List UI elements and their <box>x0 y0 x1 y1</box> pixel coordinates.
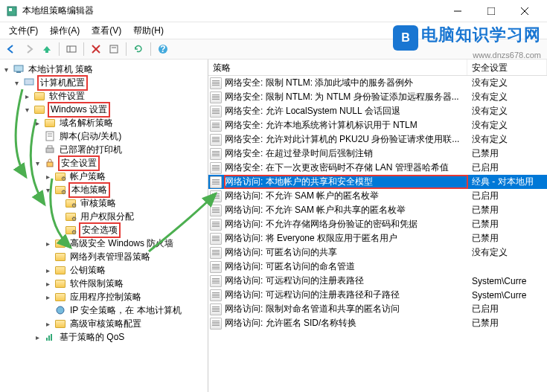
list-row[interactable]: 网络安全: 允许对此计算机的 PKU2U 身份验证请求使用联...没有定义 <box>208 132 547 147</box>
list-row[interactable]: 网络安全: 在下一次更改密码时不存储 LAN 管理器哈希值已启用 <box>208 161 547 175</box>
svg-rect-25 <box>46 338 48 341</box>
tree-root[interactable]: 本地计算机 策略 <box>27 63 95 76</box>
show-hide-button[interactable] <box>63 41 80 57</box>
caret-icon[interactable]: ▾ <box>1 65 10 74</box>
tree-local-policy[interactable]: 本地策略 <box>68 182 110 198</box>
tree-scripts[interactable]: 脚本(启动/关机) <box>58 130 123 143</box>
caret-icon[interactable]: ▸ <box>43 239 52 248</box>
folder-icon <box>54 277 66 289</box>
list-row[interactable]: 网络访问: 可远程访问的注册表路径和子路径System\Curre <box>208 288 547 302</box>
caret-icon[interactable]: ▾ <box>22 105 31 114</box>
caret-icon[interactable]: ▾ <box>43 185 52 194</box>
list-row[interactable]: 网络访问: 可匿名访问的命名管道 <box>208 260 547 274</box>
caret-icon[interactable]: ▸ <box>43 172 52 181</box>
caret-icon[interactable]: ▸ <box>43 292 52 301</box>
refresh-button[interactable] <box>130 41 147 57</box>
policy-name: 网络安全: 在超过登录时间后强制注销 <box>225 147 467 160</box>
export-button[interactable] <box>106 41 122 57</box>
tree-pane[interactable]: ▾本地计算机 策略 ▾计算机配置 ▸软件设置 ▾Windows 设置 ▸域名解析… <box>0 60 208 392</box>
policy-icon <box>210 261 222 273</box>
col-setting[interactable]: 安全设置 <box>467 60 547 75</box>
caret-icon[interactable]: ▸ <box>22 91 31 100</box>
minimize-button[interactable] <box>441 0 474 22</box>
tree-audit[interactable]: 审核策略 <box>79 197 118 210</box>
tree-appcontrol[interactable]: 应用程序控制策略 <box>68 291 143 303</box>
list-row[interactable]: 网络安全: 限制 NTLM: 为 NTLM 身份验证添加远程服务器...没有定义 <box>208 90 547 104</box>
caret-icon[interactable]: ▸ <box>43 266 52 274</box>
delete-button[interactable] <box>88 41 104 57</box>
folder-icon <box>54 318 66 330</box>
svg-rect-26 <box>48 335 50 341</box>
list-row[interactable]: 网络安全: 在超过登录时间后强制注销已禁用 <box>208 147 547 161</box>
close-button[interactable] <box>508 0 541 22</box>
svg-rect-11 <box>110 45 118 53</box>
policy-name: 网络访问: 不允许 SAM 帐户和共享的匿名枚举 <box>225 204 467 216</box>
list-row[interactable]: 网络访问: 可匿名访问的共享没有定义 <box>208 245 547 260</box>
caret-icon[interactable]: ▸ <box>33 332 42 341</box>
policy-icon <box>210 176 222 188</box>
folder-icon <box>54 251 66 263</box>
tree-computer-config[interactable]: 计算机配置 <box>37 75 88 91</box>
tree-dns[interactable]: 域名解析策略 <box>58 117 115 129</box>
folder-icon <box>54 170 66 182</box>
policy-icon <box>210 120 222 132</box>
caret-icon[interactable]: ▸ <box>43 279 52 288</box>
list-row[interactable]: 网络访问: 本地帐户的共享和安全模型经典 - 对本地用 <box>208 175 547 189</box>
list-row[interactable]: 网络访问: 将 Everyone 权限应用于匿名用户已禁用 <box>208 231 547 245</box>
policy-value: System\Curre <box>467 290 526 301</box>
tree-user-rights[interactable]: 用户权限分配 <box>79 211 135 223</box>
tree-qos[interactable]: 基于策略的 QoS <box>58 331 126 344</box>
tree-software[interactable]: 软件设置 <box>48 90 86 103</box>
titlebar: 本地组策略编辑器 <box>0 0 547 22</box>
folder-icon <box>54 264 66 276</box>
tree-account-policy[interactable]: 帐户策略 <box>68 170 107 183</box>
menu-action[interactable]: 操作(A) <box>44 23 86 39</box>
caret-icon[interactable]: ▾ <box>33 158 42 167</box>
folder-icon <box>65 224 77 236</box>
up-button[interactable] <box>39 41 55 57</box>
caret-icon[interactable]: ▸ <box>33 118 42 127</box>
policy-value: System\Curre <box>467 276 526 286</box>
caret-icon[interactable]: ▾ <box>12 78 21 87</box>
policy-name: 网络访问: 可匿名访问的共享 <box>225 246 467 259</box>
tree-security-settings[interactable]: 安全设置 <box>58 155 100 171</box>
tree-windows-settings[interactable]: Windows 设置 <box>48 102 110 118</box>
list-row[interactable]: 网络访问: 不允许 SAM 帐户的匿名枚举已启用 <box>208 189 547 203</box>
policy-name: 网络访问: 限制对命名管道和共享的匿名访问 <box>225 303 467 315</box>
tree-pubkey[interactable]: 公钥策略 <box>68 264 107 277</box>
tree-security-options[interactable]: 安全选项 <box>79 222 121 238</box>
app-icon <box>6 5 18 17</box>
window-title: 本地组策略编辑器 <box>22 4 441 17</box>
maximize-button[interactable] <box>474 0 508 22</box>
policy-value: 经典 - 对本地用 <box>467 176 534 188</box>
list-body[interactable]: 网络安全: 限制 NTLM: 添加此域中的服务器例外没有定义网络安全: 限制 N… <box>208 76 547 392</box>
list-row[interactable]: 网络访问: 允许匿名 SID/名称转换已禁用 <box>208 316 547 330</box>
list-row[interactable]: 网络安全: 允许本地系统将计算机标识用于 NTLM没有定义 <box>208 118 547 132</box>
list-row[interactable]: 网络访问: 不允许 SAM 帐户和共享的匿名枚举已禁用 <box>208 203 547 217</box>
printer-icon <box>44 144 56 155</box>
menu-view[interactable]: 查看(V) <box>86 23 127 39</box>
help-button[interactable]: ? <box>155 41 171 57</box>
list-row[interactable]: 网络访问: 限制对命名管道和共享的匿名访问已启用 <box>208 302 547 316</box>
policy-name: 网络安全: 限制 NTLM: 为 NTLM 身份验证添加远程服务器... <box>225 91 467 103</box>
tree-printers[interactable]: 已部署的打印机 <box>58 144 124 156</box>
list-row[interactable]: 网络安全: 允许 LocalSystem NULL 会话回退没有定义 <box>208 104 547 118</box>
col-policy[interactable]: 策略 <box>208 60 467 75</box>
menu-file[interactable]: 文件(F) <box>3 23 44 39</box>
policy-value: 已禁用 <box>467 218 499 231</box>
caret-icon[interactable]: ▸ <box>43 319 52 328</box>
menu-help[interactable]: 帮助(H) <box>127 23 170 39</box>
tree-netlist[interactable]: 网络列表管理器策略 <box>68 251 152 263</box>
list-row[interactable]: 网络访问: 不允许存储网络身份验证的密码和凭据已禁用 <box>208 217 547 231</box>
tree-advaudit[interactable]: 高级审核策略配置 <box>68 318 143 330</box>
list-row[interactable]: 网络安全: 限制 NTLM: 添加此域中的服务器例外没有定义 <box>208 76 547 90</box>
policy-value: 没有定义 <box>467 119 508 132</box>
back-button[interactable] <box>3 41 19 57</box>
list-row[interactable]: 网络访问: 可远程访问的注册表路径System\Curre <box>208 274 547 288</box>
tree-firewall[interactable]: 高级安全 Windows 防火墙 <box>68 237 175 250</box>
policy-value: 没有定义 <box>467 246 508 259</box>
forward-button[interactable] <box>21 41 37 57</box>
svg-point-24 <box>57 306 64 314</box>
tree-swrestrict[interactable]: 软件限制策略 <box>68 277 125 290</box>
tree-ipsec[interactable]: IP 安全策略，在 本地计算机 <box>68 304 183 317</box>
